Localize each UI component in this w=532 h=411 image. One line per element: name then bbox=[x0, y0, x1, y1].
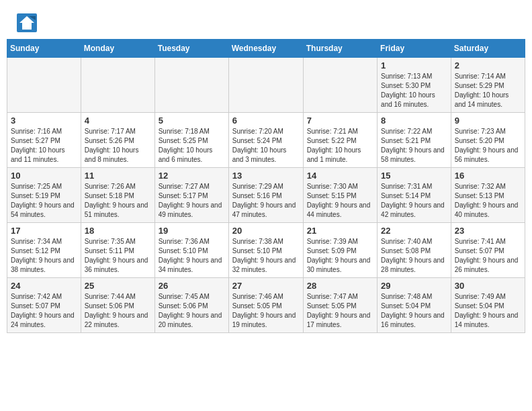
day-info: Sunrise: 7:27 AM Sunset: 5:17 PM Dayligh… bbox=[159, 182, 225, 220]
day-info: Sunrise: 7:23 AM Sunset: 5:20 PM Dayligh… bbox=[455, 127, 521, 165]
day-cell: 29Sunrise: 7:48 AM Sunset: 5:04 PM Dayli… bbox=[378, 278, 451, 333]
day-info: Sunrise: 7:25 AM Sunset: 5:19 PM Dayligh… bbox=[11, 182, 77, 220]
day-info: Sunrise: 7:46 AM Sunset: 5:05 PM Dayligh… bbox=[232, 292, 300, 330]
day-info: Sunrise: 7:16 AM Sunset: 5:27 PM Dayligh… bbox=[11, 127, 77, 165]
calendar-header: SundayMondayTuesdayWednesdayThursdayFrid… bbox=[7, 40, 525, 58]
day-number: 19 bbox=[159, 226, 225, 236]
day-number: 30 bbox=[455, 281, 521, 291]
day-cell: 5Sunrise: 7:18 AM Sunset: 5:25 PM Daylig… bbox=[154, 113, 228, 168]
week-row-2: 3Sunrise: 7:16 AM Sunset: 5:27 PM Daylig… bbox=[7, 113, 525, 168]
week-row-4: 17Sunrise: 7:34 AM Sunset: 5:12 PM Dayli… bbox=[7, 223, 525, 278]
weekday-header-sunday: Sunday bbox=[7, 40, 81, 58]
day-cell: 8Sunrise: 7:22 AM Sunset: 5:21 PM Daylig… bbox=[378, 113, 451, 168]
day-info: Sunrise: 7:31 AM Sunset: 5:14 PM Dayligh… bbox=[381, 182, 447, 220]
day-number: 3 bbox=[11, 116, 77, 126]
day-cell: 21Sunrise: 7:39 AM Sunset: 5:09 PM Dayli… bbox=[303, 223, 377, 278]
day-number: 14 bbox=[307, 171, 373, 181]
day-number: 5 bbox=[159, 116, 225, 126]
weekday-header-monday: Monday bbox=[81, 40, 154, 58]
day-number: 10 bbox=[11, 171, 77, 181]
day-cell: 27Sunrise: 7:46 AM Sunset: 5:05 PM Dayli… bbox=[228, 278, 303, 333]
week-row-3: 10Sunrise: 7:25 AM Sunset: 5:19 PM Dayli… bbox=[7, 168, 525, 223]
day-info: Sunrise: 7:22 AM Sunset: 5:21 PM Dayligh… bbox=[381, 127, 447, 165]
day-cell: 30Sunrise: 7:49 AM Sunset: 5:04 PM Dayli… bbox=[451, 278, 525, 333]
day-cell: 23Sunrise: 7:41 AM Sunset: 5:07 PM Dayli… bbox=[451, 223, 525, 278]
day-info: Sunrise: 7:44 AM Sunset: 5:06 PM Dayligh… bbox=[85, 292, 151, 330]
day-cell: 7Sunrise: 7:21 AM Sunset: 5:22 PM Daylig… bbox=[303, 113, 377, 168]
day-number: 22 bbox=[381, 226, 447, 236]
day-cell: 22Sunrise: 7:40 AM Sunset: 5:08 PM Dayli… bbox=[378, 223, 451, 278]
day-info: Sunrise: 7:18 AM Sunset: 5:25 PM Dayligh… bbox=[159, 127, 225, 165]
day-cell: 18Sunrise: 7:35 AM Sunset: 5:11 PM Dayli… bbox=[81, 223, 154, 278]
weekday-header-saturday: Saturday bbox=[451, 40, 525, 58]
day-number: 21 bbox=[307, 226, 373, 236]
day-cell: 4Sunrise: 7:17 AM Sunset: 5:26 PM Daylig… bbox=[81, 113, 154, 168]
day-cell: 20Sunrise: 7:38 AM Sunset: 5:10 PM Dayli… bbox=[228, 223, 303, 278]
day-cell: 3Sunrise: 7:16 AM Sunset: 5:27 PM Daylig… bbox=[7, 113, 81, 168]
day-info: Sunrise: 7:49 AM Sunset: 5:04 PM Dayligh… bbox=[455, 292, 521, 330]
day-cell: 14Sunrise: 7:30 AM Sunset: 5:15 PM Dayli… bbox=[303, 168, 377, 223]
day-cell: 9Sunrise: 7:23 AM Sunset: 5:20 PM Daylig… bbox=[451, 113, 525, 168]
day-number: 12 bbox=[159, 171, 225, 181]
day-info: Sunrise: 7:34 AM Sunset: 5:12 PM Dayligh… bbox=[11, 237, 77, 275]
day-info: Sunrise: 7:36 AM Sunset: 5:10 PM Dayligh… bbox=[159, 237, 225, 275]
day-number: 28 bbox=[307, 281, 373, 291]
day-number: 29 bbox=[381, 281, 447, 291]
day-info: Sunrise: 7:38 AM Sunset: 5:10 PM Dayligh… bbox=[232, 237, 300, 275]
day-cell: 28Sunrise: 7:47 AM Sunset: 5:05 PM Dayli… bbox=[303, 278, 377, 333]
day-number: 18 bbox=[85, 226, 151, 236]
week-row-1: 1Sunrise: 7:13 AM Sunset: 5:30 PM Daylig… bbox=[7, 58, 525, 113]
week-row-5: 24Sunrise: 7:42 AM Sunset: 5:07 PM Dayli… bbox=[7, 278, 525, 333]
day-number: 11 bbox=[85, 171, 151, 181]
day-cell: 10Sunrise: 7:25 AM Sunset: 5:19 PM Dayli… bbox=[7, 168, 81, 223]
day-number: 9 bbox=[455, 116, 521, 126]
day-info: Sunrise: 7:13 AM Sunset: 5:30 PM Dayligh… bbox=[381, 72, 447, 109]
day-number: 27 bbox=[232, 281, 300, 291]
day-cell: 24Sunrise: 7:42 AM Sunset: 5:07 PM Dayli… bbox=[7, 278, 81, 333]
day-info: Sunrise: 7:20 AM Sunset: 5:24 PM Dayligh… bbox=[232, 127, 300, 165]
weekday-header-friday: Friday bbox=[378, 40, 451, 58]
day-info: Sunrise: 7:47 AM Sunset: 5:05 PM Dayligh… bbox=[307, 292, 373, 330]
day-number: 20 bbox=[232, 226, 300, 236]
day-info: Sunrise: 7:40 AM Sunset: 5:08 PM Dayligh… bbox=[381, 237, 447, 275]
day-number: 6 bbox=[232, 116, 300, 126]
day-cell: 1Sunrise: 7:13 AM Sunset: 5:30 PM Daylig… bbox=[378, 58, 451, 113]
day-cell: 17Sunrise: 7:34 AM Sunset: 5:12 PM Dayli… bbox=[7, 223, 81, 278]
day-number: 13 bbox=[232, 171, 300, 181]
day-cell bbox=[7, 58, 81, 113]
day-info: Sunrise: 7:39 AM Sunset: 5:09 PM Dayligh… bbox=[307, 237, 373, 275]
weekday-header-wednesday: Wednesday bbox=[228, 40, 303, 58]
day-cell bbox=[228, 58, 303, 113]
day-info: Sunrise: 7:32 AM Sunset: 5:13 PM Dayligh… bbox=[455, 182, 521, 220]
logo bbox=[17, 13, 40, 32]
day-info: Sunrise: 7:21 AM Sunset: 5:22 PM Dayligh… bbox=[307, 127, 373, 165]
calendar-table: SundayMondayTuesdayWednesdayThursdayFrid… bbox=[7, 39, 525, 333]
day-info: Sunrise: 7:42 AM Sunset: 5:07 PM Dayligh… bbox=[11, 292, 77, 330]
day-number: 15 bbox=[381, 171, 447, 181]
day-cell: 26Sunrise: 7:45 AM Sunset: 5:06 PM Dayli… bbox=[154, 278, 228, 333]
day-number: 2 bbox=[455, 60, 521, 71]
day-info: Sunrise: 7:26 AM Sunset: 5:18 PM Dayligh… bbox=[85, 182, 151, 220]
day-number: 24 bbox=[11, 281, 77, 291]
day-cell: 16Sunrise: 7:32 AM Sunset: 5:13 PM Dayli… bbox=[451, 168, 525, 223]
day-cell bbox=[154, 58, 228, 113]
day-cell bbox=[303, 58, 377, 113]
day-info: Sunrise: 7:45 AM Sunset: 5:06 PM Dayligh… bbox=[159, 292, 225, 330]
day-number: 4 bbox=[85, 116, 151, 126]
day-info: Sunrise: 7:48 AM Sunset: 5:04 PM Dayligh… bbox=[381, 292, 447, 330]
day-info: Sunrise: 7:41 AM Sunset: 5:07 PM Dayligh… bbox=[455, 237, 521, 275]
weekday-header-tuesday: Tuesday bbox=[154, 40, 228, 58]
day-info: Sunrise: 7:14 AM Sunset: 5:29 PM Dayligh… bbox=[455, 72, 521, 109]
day-number: 26 bbox=[159, 281, 225, 291]
day-cell: 11Sunrise: 7:26 AM Sunset: 5:18 PM Dayli… bbox=[81, 168, 154, 223]
day-info: Sunrise: 7:29 AM Sunset: 5:16 PM Dayligh… bbox=[232, 182, 300, 220]
day-info: Sunrise: 7:35 AM Sunset: 5:11 PM Dayligh… bbox=[85, 237, 151, 275]
day-cell: 15Sunrise: 7:31 AM Sunset: 5:14 PM Dayli… bbox=[378, 168, 451, 223]
page-header bbox=[7, 7, 525, 36]
day-cell: 6Sunrise: 7:20 AM Sunset: 5:24 PM Daylig… bbox=[228, 113, 303, 168]
day-number: 17 bbox=[11, 226, 77, 236]
day-cell bbox=[81, 58, 154, 113]
day-cell: 25Sunrise: 7:44 AM Sunset: 5:06 PM Dayli… bbox=[81, 278, 154, 333]
day-info: Sunrise: 7:17 AM Sunset: 5:26 PM Dayligh… bbox=[85, 127, 151, 165]
day-info: Sunrise: 7:30 AM Sunset: 5:15 PM Dayligh… bbox=[307, 182, 373, 220]
